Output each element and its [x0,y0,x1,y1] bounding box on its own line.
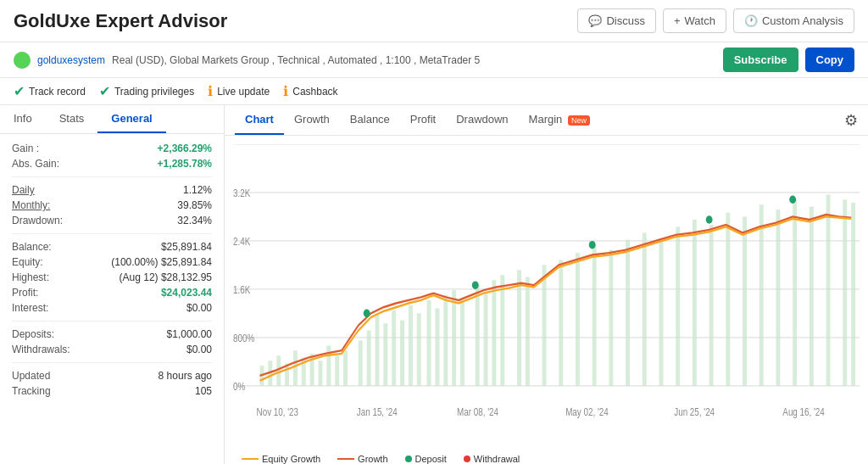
svg-rect-45 [609,250,613,386]
tracking-label: Tracking [12,385,51,397]
legend-growth: Growth [337,454,387,464]
updated-value: 8 hours ago [159,370,212,382]
deposit-dot-legend [405,456,412,462]
subscribe-button[interactable]: Subscribe [723,48,798,72]
withdrawals-value: $0.00 [186,344,212,355]
equity-growth-line-legend [242,458,259,460]
withdrawals-row: Withdrawals: $0.00 [12,344,212,355]
badges-row: ✔ Track record ✔ Trading privileges ℹ Li… [0,78,868,105]
profit-row: Profit: $24,023.44 [12,287,212,299]
svg-rect-35 [476,285,480,386]
svg-text:Nov 10, '23: Nov 10, '23 [257,407,298,418]
svg-rect-42 [559,260,563,385]
tab-growth[interactable]: Growth [284,105,340,135]
svg-rect-55 [776,210,780,386]
svg-text:Jan 15, '24: Jan 15, '24 [357,407,398,418]
tab-info[interactable]: Info [0,105,46,133]
withdrawals-label: Withdrawals: [12,344,70,355]
tab-stats[interactable]: Stats [46,105,98,133]
svg-text:0%: 0% [233,381,246,392]
legend-withdrawal: Withdrawal [464,454,520,464]
warn-icon: ℹ [283,83,288,99]
daily-label[interactable]: Daily [12,184,35,196]
chart-legend: Equity Growth Growth Deposit Withdrawal [225,450,868,464]
svg-rect-28 [409,305,413,386]
badge-cashback: ℹ Cashback [283,83,337,99]
svg-rect-32 [443,295,448,386]
badge-label: Trading privileges [114,86,194,98]
discuss-button[interactable]: 💬 Discuss [577,8,656,33]
divider [12,176,212,177]
svg-rect-23 [367,331,371,386]
equity-label: Equity: [12,256,43,268]
deposit-dot [706,215,713,223]
svg-rect-53 [743,216,747,385]
discuss-icon: 💬 [588,14,602,27]
tab-balance[interactable]: Balance [340,105,400,135]
main-content: Info Stats General Gain : +2,366.29% Abs… [0,105,868,464]
divider [12,362,212,363]
custom-analysis-button[interactable]: 🕐 Custom Analysis [733,8,854,33]
svg-rect-43 [576,253,580,386]
svg-rect-19 [326,345,331,385]
sidebar: Info Stats General Gain : +2,366.29% Abs… [0,105,225,464]
svg-rect-25 [383,323,387,386]
svg-rect-50 [693,220,697,386]
tab-margin[interactable]: Margin New [519,105,600,135]
badge-label: Track record [29,86,86,98]
legend-equity-growth: Equity Growth [242,454,320,464]
tracking-row: Tracking 105 [12,385,212,397]
svg-rect-39 [517,270,521,385]
deposit-dot [789,196,796,204]
badge-label: Live update [217,86,270,98]
watch-icon: + [674,14,681,27]
watch-button[interactable]: + Watch [663,8,726,33]
tab-chart[interactable]: Chart [235,105,284,135]
monthly-label[interactable]: Monthly: [12,199,50,211]
svg-text:Mar 08, '24: Mar 08, '24 [457,407,498,418]
svg-rect-24 [376,316,380,386]
username-link[interactable]: golduxesystem [37,54,105,66]
tab-drawdown[interactable]: Drawdown [446,105,518,135]
daily-row: Daily 1.12% [12,184,212,196]
svg-text:800%: 800% [233,333,254,344]
settings-icon[interactable]: ⚙ [844,111,858,130]
deposit-dot [589,241,596,249]
updated-row: Updated 8 hours ago [12,370,212,382]
svg-rect-38 [500,275,504,386]
equity-value: (100.00%) $25,891.84 [111,256,212,268]
svg-rect-54 [760,204,764,386]
check-icon: ✔ [14,83,25,99]
interest-value: $0.00 [186,302,212,314]
interest-row: Interest: $0.00 [12,302,212,314]
gain-row: Gain : +2,366.29% [12,143,212,154]
page-header: GoldUxe Expert Advisor 💬 Discuss + Watch… [0,0,868,42]
svg-rect-44 [593,245,597,386]
tab-profit[interactable]: Profit [400,105,446,135]
svg-rect-48 [659,240,664,386]
svg-rect-29 [417,313,421,385]
svg-rect-33 [452,290,456,386]
svg-rect-18 [319,361,323,386]
divider [12,233,212,234]
svg-text:Aug 16, '24: Aug 16, '24 [782,407,824,418]
balance-row: Balance: $25,891.84 [12,241,212,253]
tab-general[interactable]: General [97,105,165,133]
copy-button[interactable]: Copy [805,48,855,72]
monthly-row: Monthly: 39.85% [12,199,212,211]
svg-rect-37 [492,280,496,386]
legend-equity-growth-label: Equity Growth [262,454,320,464]
deposits-value: $1,000.00 [167,328,212,340]
daily-value: 1.12% [183,184,212,196]
svg-rect-47 [643,232,647,385]
account-info: Real (USD), Global Markets Group , Techn… [112,54,480,66]
svg-text:Jun 25, '24: Jun 25, '24 [674,407,715,418]
clock-icon: 🕐 [744,14,758,27]
subheader: golduxesystem Real (USD), Global Markets… [0,42,868,78]
svg-rect-20 [335,355,339,386]
svg-rect-30 [427,300,431,386]
svg-text:May 02, '24: May 02, '24 [565,407,609,418]
withdrawal-dot-legend [464,456,470,462]
deposits-row: Deposits: $1,000.00 [12,328,212,340]
legend-deposit-label: Deposit [415,454,447,464]
